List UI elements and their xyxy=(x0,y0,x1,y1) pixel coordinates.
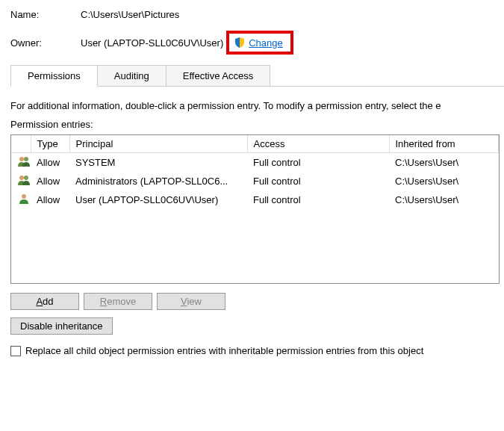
group-icon xyxy=(17,156,31,167)
cell-type: Allow xyxy=(31,153,69,173)
cell-access: Full control xyxy=(247,190,389,209)
name-value: C:\Users\User\Pictures xyxy=(81,9,179,20)
svg-point-4 xyxy=(22,194,26,199)
cell-access: Full control xyxy=(247,153,389,173)
column-type[interactable]: Type xyxy=(31,135,69,153)
cell-principal: Administrators (LAPTOP-SLL0C6... xyxy=(69,172,247,190)
name-label: Name: xyxy=(10,9,81,20)
cell-access: Full control xyxy=(247,172,389,190)
replace-child-label: Replace all child object permission entr… xyxy=(25,345,423,356)
description-text: For additional information, double-click… xyxy=(10,100,504,111)
tabs: Permissions Auditing Effective Access xyxy=(10,65,504,87)
view-button[interactable]: View xyxy=(157,293,225,310)
cell-inherited: C:\Users\User\ xyxy=(389,172,499,190)
owner-value: User (LAPTOP-SLL0C6UV\User) xyxy=(81,37,223,49)
column-principal[interactable]: Principal xyxy=(69,135,247,153)
remove-button[interactable]: Remove xyxy=(84,293,152,310)
column-inherited[interactable]: Inherited from xyxy=(389,135,499,153)
add-button[interactable]: Add xyxy=(10,293,79,310)
replace-child-checkbox[interactable] xyxy=(10,346,21,356)
change-owner-link[interactable]: Change xyxy=(249,37,283,49)
owner-label: Owner: xyxy=(10,37,81,49)
group-icon xyxy=(17,175,31,185)
disable-inheritance-button[interactable]: Disable inheritance xyxy=(10,317,113,335)
cell-type: Allow xyxy=(31,190,69,209)
table-row[interactable]: Allow Administrators (LAPTOP-SLL0C6... F… xyxy=(11,172,499,190)
table-row[interactable]: Allow User (LAPTOP-SLL0C6UV\User) Full c… xyxy=(11,190,499,209)
change-owner-highlight: Change xyxy=(226,31,293,55)
table-row[interactable]: Allow SYSTEM Full control C:\Users\User\ xyxy=(11,153,499,173)
svg-point-1 xyxy=(24,157,28,161)
svg-point-0 xyxy=(19,157,24,161)
column-access[interactable]: Access xyxy=(247,135,389,153)
svg-point-2 xyxy=(19,176,24,180)
tab-auditing[interactable]: Auditing xyxy=(97,65,167,87)
cell-type: Allow xyxy=(31,172,69,190)
svg-point-3 xyxy=(24,176,28,180)
tab-effective-access[interactable]: Effective Access xyxy=(166,65,270,87)
cell-inherited: C:\Users\User\ xyxy=(389,190,499,209)
shield-icon xyxy=(234,37,246,49)
user-icon xyxy=(17,193,31,204)
cell-inherited: C:\Users\User\ xyxy=(389,153,499,173)
cell-principal: SYSTEM xyxy=(69,153,247,173)
permission-entries-label: Permission entries: xyxy=(10,119,504,130)
tab-permissions[interactable]: Permissions xyxy=(10,65,98,87)
permission-entries-table: Type Principal Access Inherited from All… xyxy=(10,134,500,284)
cell-principal: User (LAPTOP-SLL0C6UV\User) xyxy=(69,190,247,209)
